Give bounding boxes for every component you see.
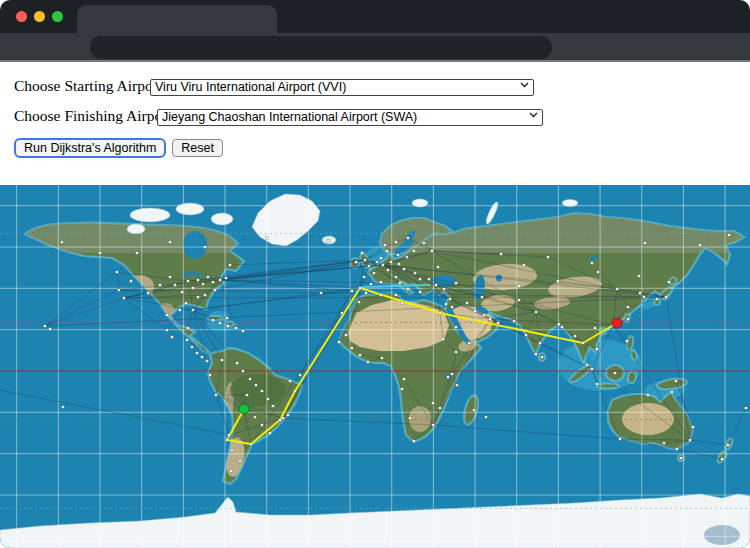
- airport-dot: [585, 363, 588, 366]
- airport-dot: [400, 301, 403, 304]
- airport-dot: [185, 338, 188, 341]
- airport-dot: [646, 393, 649, 396]
- airport-dot: [484, 415, 487, 418]
- airport-dot: [366, 360, 369, 363]
- address-bar[interactable]: [90, 36, 552, 59]
- airport-dot: [408, 416, 411, 419]
- airport-dot: [220, 358, 223, 361]
- airport-dot: [225, 438, 228, 441]
- airport-dot: [191, 286, 194, 289]
- airport-dot: [234, 326, 237, 329]
- airport-dot: [201, 282, 204, 285]
- maximize-button[interactable]: [52, 11, 63, 22]
- airport-dot: [679, 456, 682, 459]
- airport-dot: [430, 249, 433, 252]
- airport-dot: [200, 355, 203, 358]
- airport-dot: [444, 302, 447, 305]
- airport-dot: [379, 280, 382, 283]
- airport-dot: [268, 431, 271, 434]
- airport-dot: [60, 240, 63, 243]
- run-dijkstra-button[interactable]: Run Dijkstra's Algorithm: [14, 138, 166, 158]
- airport-dot: [168, 275, 171, 278]
- airport-dot: [340, 311, 343, 314]
- airport-dot: [512, 319, 515, 322]
- airport-dot: [226, 324, 229, 327]
- airport-dot: [441, 337, 444, 340]
- airport-dot: [698, 243, 701, 246]
- airport-dot: [385, 249, 388, 252]
- airport-dot: [254, 383, 257, 386]
- airport-dot: [354, 260, 357, 263]
- airport-dot: [238, 459, 241, 462]
- finish-airport-select[interactable]: Jieyang Chaoshan International Airport (…: [157, 109, 543, 126]
- airport-dot: [360, 251, 363, 254]
- close-button[interactable]: [16, 11, 27, 22]
- airport-dot: [381, 263, 384, 266]
- airport-dot: [534, 352, 537, 355]
- airport-dot: [394, 275, 397, 278]
- reset-button[interactable]: Reset: [172, 139, 223, 157]
- airport-dot: [184, 301, 187, 304]
- airport-dot: [675, 447, 678, 450]
- airport-dot: [626, 317, 629, 320]
- airport-dot: [218, 278, 221, 281]
- airport-dot: [662, 441, 665, 444]
- airport-dot: [522, 263, 525, 266]
- minimize-button[interactable]: [34, 11, 45, 22]
- airport-dot: [186, 326, 189, 329]
- airport-dot: [319, 291, 322, 294]
- airport-dot: [427, 277, 430, 280]
- airport-dot: [260, 389, 263, 392]
- airport-dot: [524, 333, 527, 336]
- airport-dot: [115, 270, 118, 273]
- airport-dot: [146, 291, 149, 294]
- airport-dot: [405, 255, 408, 258]
- airport-dot: [196, 278, 199, 281]
- browser-toolbar: [0, 33, 750, 62]
- airport-dot: [224, 276, 227, 279]
- airport-dot: [431, 401, 434, 404]
- airport-dot: [517, 284, 520, 287]
- airport-dot: [135, 251, 138, 254]
- airport-dot: [48, 327, 51, 330]
- airport-dot: [326, 239, 329, 242]
- airport-dot: [380, 356, 383, 359]
- browser-tab[interactable]: [77, 5, 277, 33]
- start-airport-select[interactable]: Viru Viru International Airport (VVI): [150, 79, 534, 96]
- airport-dot: [431, 423, 434, 426]
- airport-dot: [394, 240, 397, 243]
- traffic-lights: [16, 11, 63, 22]
- airport-dot: [394, 293, 397, 296]
- airport-dot: [455, 383, 458, 386]
- airport-dot: [626, 305, 629, 308]
- airport-dot: [278, 418, 281, 421]
- airport-dot: [241, 329, 244, 332]
- arctic-islands: [130, 208, 170, 222]
- airport-dot: [178, 308, 181, 311]
- airport-dot: [165, 313, 168, 316]
- airport-dot: [667, 280, 670, 283]
- airport-dot: [129, 279, 132, 282]
- airport-dot: [367, 264, 370, 267]
- airport-dot: [472, 408, 475, 411]
- airport-dot: [235, 361, 238, 364]
- airport-dot: [418, 290, 421, 293]
- airport-dot: [618, 437, 621, 440]
- airport-dot: [363, 258, 366, 261]
- airport-dot: [98, 251, 101, 254]
- airport-dot: [560, 325, 563, 328]
- airport-dot: [534, 310, 537, 313]
- finish-airport-row: Choose Finishing Airport: Jieyang Chaosh…: [14, 106, 750, 125]
- airport-dot: [596, 270, 599, 273]
- airport-dot: [499, 252, 502, 255]
- airport-dot: [670, 390, 673, 393]
- airport-dot: [688, 438, 691, 441]
- airport-dot: [265, 236, 268, 239]
- airport-dot: [362, 275, 365, 278]
- airport-dot: [350, 346, 353, 349]
- airport-dot: [170, 335, 173, 338]
- airport-dot: [674, 379, 677, 382]
- airport-controls: Choose Starting Airport: Viru Viru Inter…: [0, 64, 750, 185]
- airport-dot: [557, 322, 560, 325]
- airport-dot: [638, 291, 641, 294]
